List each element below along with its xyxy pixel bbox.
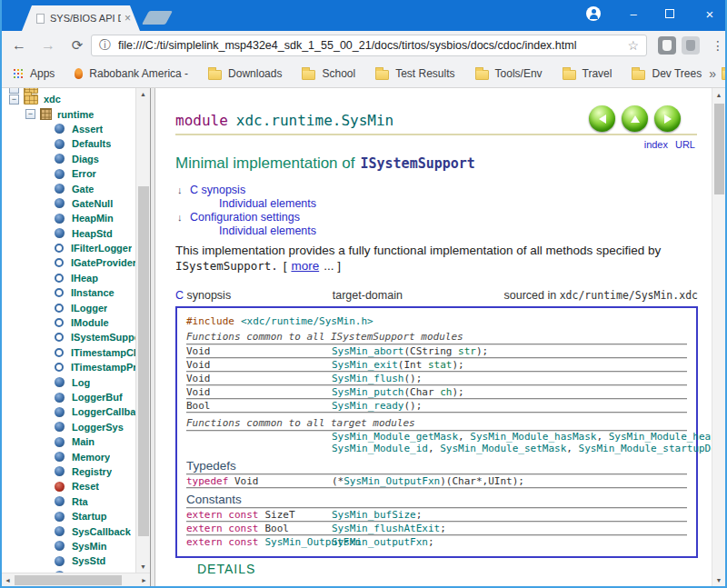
bookmark-item[interactable]: Data Sheets bbox=[722, 67, 727, 80]
module-function-link[interactable]: SysMin_Module_setMask bbox=[440, 443, 566, 454]
toc-link[interactable]: Individual elements bbox=[219, 197, 316, 210]
extension-icon[interactable] bbox=[682, 36, 700, 55]
toc-link[interactable]: C synopsis bbox=[190, 184, 245, 196]
constant-name-link[interactable]: SysMin_flushAtExit bbox=[332, 523, 440, 534]
nav-next-button[interactable] bbox=[654, 105, 681, 132]
content-vertical-scrollbar[interactable]: ▲ ▼ bbox=[712, 88, 725, 586]
tree-item[interactable]: Registry bbox=[55, 464, 135, 479]
tree-item[interactable]: Main bbox=[55, 434, 135, 449]
tree-item[interactable]: Memory bbox=[55, 449, 135, 463]
browser-tab[interactable]: SYS/BIOS API Documentation × bbox=[22, 5, 140, 31]
bookmark-item[interactable]: Travel bbox=[563, 67, 612, 80]
back-button[interactable]: ← bbox=[7, 35, 31, 56]
tree-item[interactable]: Startup bbox=[55, 509, 135, 523]
bookmark-star-icon[interactable]: ☆ bbox=[627, 38, 639, 53]
index-link[interactable]: index bbox=[644, 139, 668, 150]
browser-menu-button[interactable]: ⋮ bbox=[709, 35, 727, 56]
scrollbar-thumb[interactable] bbox=[15, 575, 122, 585]
bookmark-item[interactable]: Rabobank America - bbox=[75, 67, 188, 80]
typedef-name-link[interactable]: SysMin_OutputFxn bbox=[344, 475, 440, 487]
url-link[interactable]: URL bbox=[675, 139, 695, 150]
tree-item[interactable]: LoggerCallback bbox=[55, 404, 135, 419]
tree-item[interactable]: Diags bbox=[55, 152, 135, 166]
function-name-link[interactable]: SysMin_exit bbox=[332, 359, 398, 371]
tree-item[interactable]: ITimestampClient bbox=[55, 345, 135, 360]
sidebar-horizontal-scrollbar[interactable]: ◄ ► bbox=[2, 573, 150, 586]
bookmark-item[interactable]: School bbox=[302, 67, 355, 80]
tree-item[interactable]: Gate bbox=[55, 181, 135, 195]
bookmark-item[interactable]: Downloads bbox=[208, 67, 282, 80]
scroll-down-icon[interactable]: ▼ bbox=[136, 561, 150, 573]
scroll-up-icon[interactable]: ▲ bbox=[136, 88, 150, 100]
tree-item[interactable]: Assert bbox=[55, 122, 135, 136]
tree-item[interactable]: Defaults bbox=[55, 136, 135, 151]
profile-button[interactable] bbox=[582, 0, 605, 27]
function-name-link[interactable]: SysMin_flush bbox=[332, 373, 403, 384]
constant-name-link[interactable]: SysMin_outputFxn bbox=[332, 536, 428, 548]
tree-item[interactable]: SysStd bbox=[55, 553, 135, 568]
constant-name-link[interactable]: SysMin_bufSize bbox=[332, 509, 416, 521]
tree-item[interactable]: IHeap bbox=[55, 271, 135, 285]
url-text[interactable]: file:///C:/ti/simplelink_msp432e4_sdk_1_… bbox=[118, 39, 622, 52]
tree-item[interactable]: LoggerBuf bbox=[55, 390, 135, 404]
nav-up-button[interactable] bbox=[622, 105, 648, 132]
scroll-down-icon[interactable]: ▼ bbox=[712, 573, 725, 586]
tree-item[interactable]: IFilterLogger bbox=[55, 241, 135, 255]
bookmark-item[interactable]: Apps bbox=[13, 67, 55, 80]
tree-item[interactable]: GateNull bbox=[55, 196, 135, 211]
function-name-link[interactable]: SysMin_ready bbox=[332, 400, 403, 412]
collapse-icon[interactable] bbox=[9, 88, 19, 94]
include-path[interactable]: <xdc/runtime/SysMin.h> bbox=[241, 315, 373, 327]
toc-link[interactable]: Individual elements bbox=[219, 224, 316, 237]
tree-item-runtime[interactable]: − runtime bbox=[2, 106, 135, 121]
scrollbar-thumb[interactable] bbox=[138, 186, 149, 536]
function-name-link[interactable]: SysMin_putch bbox=[332, 386, 403, 398]
collapse-icon[interactable]: − bbox=[25, 109, 35, 119]
module-function-link[interactable]: SysMin_Module_hasMask bbox=[470, 431, 596, 443]
tree-item[interactable]: Reset bbox=[55, 479, 135, 493]
tree-item[interactable]: SysMin bbox=[55, 539, 135, 553]
tree-item-label: Defaults bbox=[72, 138, 111, 149]
minimize-button[interactable]: – bbox=[622, 0, 645, 27]
forward-button[interactable]: → bbox=[36, 35, 60, 56]
extension-icon[interactable] bbox=[658, 36, 676, 55]
tab-close-icon[interactable]: × bbox=[124, 13, 131, 24]
bookmark-item[interactable]: Test Results bbox=[375, 67, 454, 80]
new-tab-button[interactable] bbox=[142, 11, 173, 25]
tree-item[interactable]: HeapStd bbox=[55, 226, 135, 241]
tree-item[interactable]: ISystemSupport bbox=[55, 330, 135, 344]
page-title-interface[interactable]: ISystemSupport bbox=[360, 155, 474, 172]
tree-item[interactable]: LoggerSys bbox=[55, 420, 135, 434]
tree-item[interactable]: ITimestampProvider bbox=[55, 360, 135, 374]
tree-item[interactable]: ILogger bbox=[55, 300, 135, 314]
tree-item[interactable]: HeapMin bbox=[55, 211, 135, 225]
function-name-link[interactable]: SysMin_abort bbox=[332, 345, 403, 357]
bookmark-item[interactable]: Dev Trees bbox=[632, 67, 702, 80]
module-function-link[interactable]: SysMin_Module_getMask bbox=[332, 431, 458, 443]
tree-item[interactable]: Rta bbox=[55, 494, 135, 509]
tree-item[interactable]: SysCallback bbox=[55, 523, 135, 538]
module-function-link[interactable]: SysMin_Module_startupDone bbox=[579, 443, 712, 454]
scrollbar-thumb[interactable] bbox=[714, 104, 724, 194]
tree-item[interactable]: IInstance bbox=[55, 285, 135, 300]
close-window-button[interactable]: × bbox=[698, 0, 722, 27]
toc-link[interactable]: Configuration settings bbox=[190, 211, 300, 224]
reload-button[interactable]: ⟳ bbox=[65, 35, 89, 56]
more-link[interactable]: more bbox=[291, 259, 319, 273]
sidebar-vertical-scrollbar[interactable]: ▲ ▼ bbox=[135, 88, 150, 573]
module-function-link[interactable]: SysMin_Module_heap bbox=[609, 431, 712, 443]
address-bar[interactable]: ⓘ file:///C:/ti/simplelink_msp432e4_sdk_… bbox=[91, 35, 647, 56]
nav-prev-button[interactable] bbox=[589, 105, 615, 132]
scroll-up-icon[interactable]: ▲ bbox=[712, 88, 725, 101]
page-info-icon[interactable]: ⓘ bbox=[99, 37, 111, 54]
tree-item[interactable]: Error bbox=[55, 166, 135, 181]
tree-item[interactable]: IGateProvider bbox=[55, 255, 135, 270]
module-function-link[interactable]: SysMin_Module_id bbox=[332, 443, 428, 454]
tree-item[interactable]: IModule bbox=[55, 315, 135, 330]
scroll-right-icon[interactable]: ► bbox=[138, 573, 150, 586]
bookmark-item[interactable]: Tools/Env bbox=[475, 67, 543, 80]
scroll-left-icon[interactable]: ◄ bbox=[2, 573, 14, 586]
tree-item[interactable]: Log bbox=[55, 374, 135, 389]
bookmarks-overflow-button[interactable]: » bbox=[709, 66, 716, 81]
maximize-button[interactable] bbox=[658, 0, 682, 27]
